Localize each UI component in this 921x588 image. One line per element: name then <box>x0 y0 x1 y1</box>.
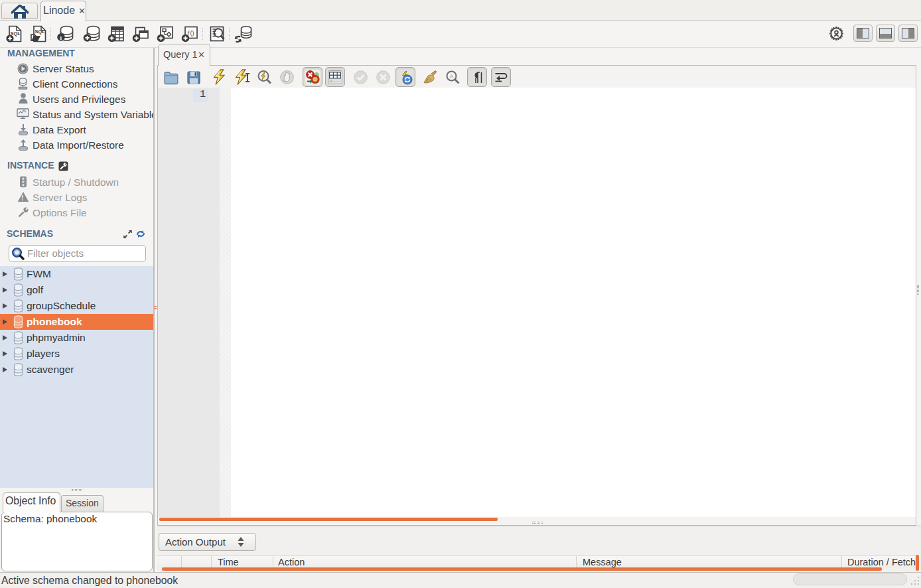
svg-text:(): () <box>190 30 194 37</box>
svg-text:!: ! <box>21 194 23 202</box>
svg-text:A: A <box>450 73 454 80</box>
svg-text:SQL: SQL <box>35 29 46 35</box>
